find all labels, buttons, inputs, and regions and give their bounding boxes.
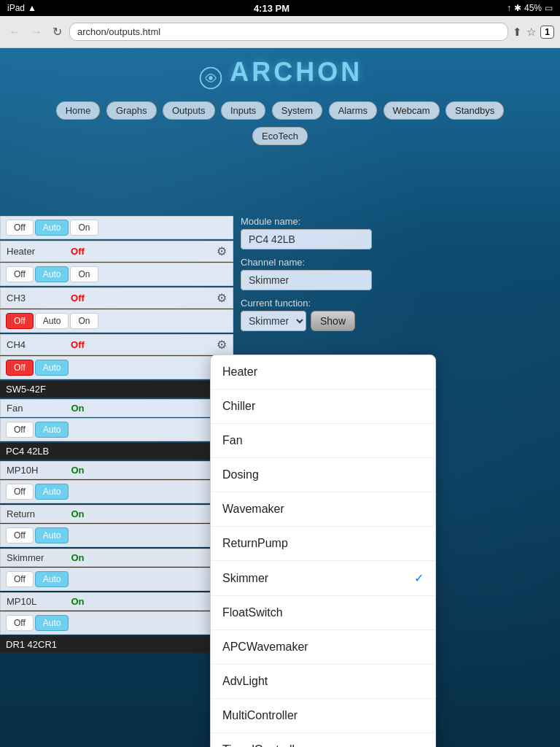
dropdown-heater[interactable]: Heater xyxy=(211,355,435,390)
status-bar: iPad ▲ 4:13 PM ↑ ✱ 45% ▭ xyxy=(0,0,560,16)
skimmer-status: On xyxy=(58,552,98,563)
time-display: 4:13 PM xyxy=(254,3,289,14)
ch4-row: CH4 Off ⚙ xyxy=(0,334,233,355)
return-status: On xyxy=(58,508,98,519)
dr1-label: DR1 42CR1 xyxy=(6,639,57,650)
toggle-off-7[interactable]: Off xyxy=(6,527,34,543)
toggle-off-9[interactable]: Off xyxy=(6,615,34,631)
forward-button[interactable]: → xyxy=(28,24,45,40)
toggle-row-9: Off Auto xyxy=(0,611,233,635)
dropdown-chiller-label: Chiller xyxy=(222,400,255,413)
toggle-off-8[interactable]: Off xyxy=(6,571,34,587)
bookmark-button[interactable]: ☆ xyxy=(526,26,536,39)
nav-outputs[interactable]: Outputs xyxy=(163,101,215,120)
dropdown-skimmer[interactable]: Skimmer ✓ xyxy=(211,561,435,596)
toggle-auto-9[interactable]: Auto xyxy=(35,615,69,631)
dropdown-advlight-label: AdvLight xyxy=(222,675,268,688)
toggle-off-red-1[interactable]: Off xyxy=(6,313,34,329)
carrier-label: iPad xyxy=(7,3,25,13)
toggle-auto-7[interactable]: Auto xyxy=(35,527,69,543)
ch3-label: CH3 xyxy=(7,293,58,303)
tab-count[interactable]: 1 xyxy=(540,26,554,39)
toggle-on-3[interactable]: On xyxy=(70,313,98,329)
dropdown-skimmer-label: Skimmer xyxy=(222,572,268,585)
fan-status: On xyxy=(58,403,98,414)
dropdown-wavemaker[interactable]: Wavemaker xyxy=(211,492,435,527)
show-button[interactable]: Show xyxy=(311,311,355,331)
sw5-label: SW5-42F xyxy=(6,384,46,395)
toggle-auto-1[interactable]: Auto xyxy=(35,220,69,236)
nav-standbys[interactable]: Standbys xyxy=(446,101,504,120)
dropdown-fan[interactable]: Fan xyxy=(211,424,435,458)
right-panel: Module name: Channel name: Current funct… xyxy=(241,216,489,338)
status-right: ↑ ✱ 45% ▭ xyxy=(507,3,553,13)
dropdown-apcwavemaker[interactable]: APCWavemaker xyxy=(211,630,435,665)
toggle-auto-2[interactable]: Auto xyxy=(35,266,69,282)
heater-row: Heater Off ⚙ xyxy=(0,241,233,262)
nav-inputs[interactable]: Inputs xyxy=(221,101,265,120)
nav-webcam[interactable]: Webcam xyxy=(384,101,440,120)
browser-chrome: ← → ↻ ⬆ ☆ 1 xyxy=(0,16,560,48)
fan-label: Fan xyxy=(7,403,58,414)
module-name-input[interactable] xyxy=(241,229,372,249)
toggle-auto-5[interactable]: Auto xyxy=(35,422,69,438)
url-bar[interactable] xyxy=(69,23,508,41)
nav-alarms[interactable]: Alarms xyxy=(329,101,377,120)
fan-row: Fan On xyxy=(0,399,233,417)
dropdown-floatswitch[interactable]: FloatSwitch xyxy=(211,596,435,630)
toggle-auto-6[interactable]: Auto xyxy=(35,484,69,500)
pc4-label: PC4 42LB xyxy=(6,446,49,457)
toggle-on-1[interactable]: On xyxy=(70,220,98,236)
toggle-auto-8[interactable]: Auto xyxy=(35,571,69,587)
heater-gear[interactable]: ⚙ xyxy=(217,244,227,258)
dropdown-timedcontroller-label: TimedController xyxy=(222,743,305,747)
toggle-off-6[interactable]: Off xyxy=(6,484,34,500)
logo-icon xyxy=(198,65,224,91)
left-panel: Off Auto On Heater Off ⚙ Off Auto On CH3… xyxy=(0,216,233,654)
dropdown-apcwavemaker-label: APCWavemaker xyxy=(222,640,308,654)
return-label: Return xyxy=(7,508,58,519)
toggle-auto-3[interactable]: Auto xyxy=(35,313,69,329)
toggle-off-red-2[interactable]: Off xyxy=(6,360,34,376)
ch4-label: CH4 xyxy=(7,339,58,350)
dropdown-timedcontroller[interactable]: TimedController xyxy=(211,733,435,747)
toggle-row-2: Off Auto On xyxy=(0,263,233,286)
nav-ecotech[interactable]: EcoTech xyxy=(252,127,308,145)
toggle-row-6: Off Auto xyxy=(0,480,233,503)
ch3-gear[interactable]: ⚙ xyxy=(217,291,227,305)
dropdown-multicontroller-label: MultiController xyxy=(222,709,298,722)
share-button[interactable]: ⬆ xyxy=(513,26,522,39)
dropdown-chiller[interactable]: Chiller xyxy=(211,390,435,424)
toggle-auto-4[interactable]: Auto xyxy=(35,360,69,376)
dropdown-advlight[interactable]: AdvLight xyxy=(211,665,435,699)
function-select[interactable]: Skimmer xyxy=(241,311,306,331)
function-dropdown: Heater Chiller Fan Dosing Wavemaker Retu… xyxy=(210,355,436,747)
return-row: Return On xyxy=(0,505,233,523)
ch4-gear[interactable]: ⚙ xyxy=(217,338,227,352)
browser-actions: ⬆ ☆ 1 xyxy=(513,26,554,39)
nav-system[interactable]: System xyxy=(272,101,322,120)
dropdown-heater-label: Heater xyxy=(222,365,257,379)
nav-graphs[interactable]: Graphs xyxy=(106,101,157,120)
page-background: ARCHON Home Graphs Outputs Inputs System… xyxy=(0,48,560,747)
back-button[interactable]: ← xyxy=(6,24,23,40)
toggle-row-8: Off Auto xyxy=(0,568,233,591)
dropdown-dosing[interactable]: Dosing xyxy=(211,458,435,492)
toggle-off-1[interactable]: Off xyxy=(6,220,34,236)
sw5-section-header: SW5-42F xyxy=(0,381,233,398)
toggle-off-2[interactable]: Off xyxy=(6,266,34,282)
toggle-on-2[interactable]: On xyxy=(70,266,98,282)
bluetooth-icon: ✱ xyxy=(514,3,521,13)
dropdown-multicontroller[interactable]: MultiController xyxy=(211,699,435,733)
toggle-row-4: Off Auto xyxy=(0,356,233,379)
logo-text: ARCHON xyxy=(230,57,362,87)
mp10l-label: MP10L xyxy=(7,596,58,607)
channel-name-input[interactable] xyxy=(241,270,372,290)
refresh-button[interactable]: ↻ xyxy=(50,23,65,40)
module-name-label: Module name: xyxy=(241,216,489,227)
ch4-status: Off xyxy=(58,339,98,350)
pc4-section-header: PC4 42LB xyxy=(0,443,233,460)
nav-home[interactable]: Home xyxy=(56,101,101,120)
dropdown-returnpump[interactable]: ReturnPump xyxy=(211,527,435,561)
toggle-off-5[interactable]: Off xyxy=(6,422,34,438)
